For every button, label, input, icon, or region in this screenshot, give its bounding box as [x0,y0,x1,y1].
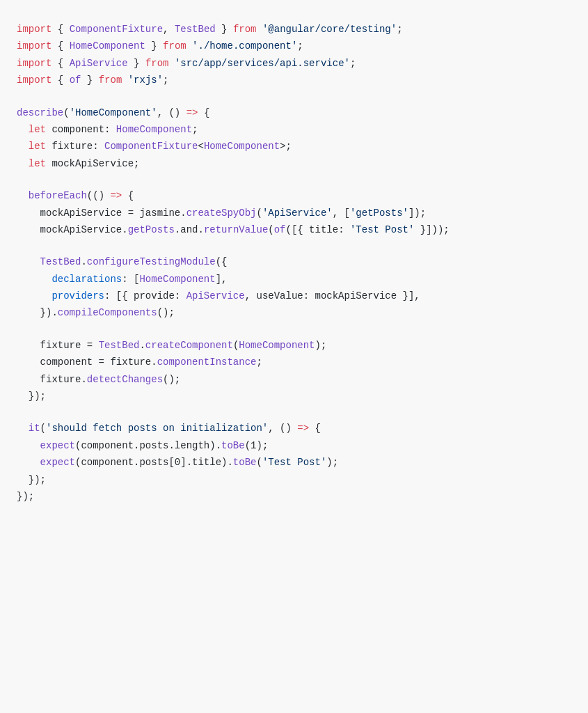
code-token: } [145,38,163,54]
code-token: beforeEach [17,188,87,203]
code-token: ( [40,421,46,436]
code-token: }])); [414,222,449,237]
code-token: describe [17,105,63,120]
code-token: providers [17,288,104,304]
code-token: './home.component' [192,38,297,54]
blank-line [17,322,571,337]
code-line: beforeEach(() => { [17,187,571,204]
code-line: }); [17,488,571,505]
code-token [186,38,192,54]
code-line: fixture.detectChanges(); [17,371,571,388]
code-token: }). [17,305,58,320]
code-token: } [128,56,145,71]
code-token: import [17,56,51,71]
code-token: fixture [46,139,93,154]
code-line: import { ApiService } from 'src/app/serv… [17,55,571,72]
blank-line [17,89,571,104]
code-line: import { of } from 'rxjs'; [17,72,571,88]
code-token: { [51,22,69,37]
code-line: import { HomeComponent } from './home.co… [17,38,571,54]
code-line: describe('HomeComponent', () => { [17,104,571,121]
code-token: , useValue: mockApiService }], [245,288,420,304]
code-token: returnValue [204,222,268,237]
code-token: getPosts [128,222,175,237]
code-token: let [17,139,46,154]
code-line: component = fixture.componentInstance; [17,354,571,370]
code-token: compileComponents [58,305,157,320]
code-token: TestBed [99,338,140,353]
code-token: expect [17,438,75,453]
code-token: , [ [333,205,350,221]
code-line: import { ComponentFixture, TestBed } fro… [17,21,571,38]
code-token: from [145,56,169,71]
code-line: TestBed.configureTestingModule({ [17,253,571,270]
code-token: }); [17,489,34,504]
code-token: { [309,421,321,436]
blank-line [17,238,571,253]
code-token: of [70,72,81,88]
code-token: 'src/app/services/api.service' [175,56,350,71]
code-token: import [17,38,51,54]
code-token: (component.posts.length). [75,438,221,453]
code-token: (1); [245,438,269,453]
code-token: . [81,254,86,269]
code-token: HomeComponent [204,139,280,154]
code-token: { [122,188,134,203]
code-token: { [198,105,209,120]
code-token: import [17,72,51,88]
code-line: let mockApiService; [17,155,571,172]
code-token: ; [163,72,168,88]
code-line: declarations: [HomeComponent], [17,271,571,288]
code-token: ( [233,338,239,353]
code-token: : [ [122,272,139,287]
code-token: HomeComponent [139,272,215,287]
code-token: component [46,122,104,137]
code-token: { [51,38,69,54]
code-token: of [274,222,286,237]
code-token: let [17,156,46,171]
code-token: toBe [233,455,257,470]
code-line: let component: HomeComponent; [17,121,571,138]
code-token: ([{ title: [286,222,350,237]
code-token: let [17,122,46,137]
code-token: ( [268,222,273,237]
code-line: providers: [{ provide: ApiService, useVa… [17,288,571,304]
code-token: '@angular/core/testing' [262,22,397,37]
code-token: } [81,72,98,88]
code-token: >; [280,139,292,154]
code-token: ]); [408,205,426,221]
code-token: toBe [221,438,245,453]
code-token: => [186,105,198,120]
code-token: , [163,22,175,37]
code-token: it [17,421,40,436]
code-token: ApiService [70,56,128,71]
code-token: TestBed [17,254,81,269]
code-token: ); [315,338,327,353]
code-token: 'ApiService' [262,205,333,221]
code-token: => [110,188,122,203]
code-token: (); [157,305,175,320]
code-token: { [51,72,69,88]
code-line: fixture = TestBed.createComponent(HomeCo… [17,337,571,354]
code-token: ; [297,38,303,54]
code-token: 'Test Post' [350,222,414,237]
code-token: (component.posts[0].title). [75,455,233,470]
blank-line [17,405,571,420]
code-line: }); [17,388,571,405]
code-token: 'getPosts' [350,205,408,221]
code-token: } [216,22,233,37]
code-token: HomeComponent [116,122,192,137]
code-token: : [93,139,104,154]
code-token: { [51,56,69,71]
code-token: ; [192,122,198,137]
code-token: ; [397,22,402,37]
code-token: mockApiService. [17,222,128,237]
code-token: declarations [17,272,122,287]
code-token: ( [256,455,262,470]
code-token: import [17,22,51,37]
code-token: createComponent [145,338,233,353]
code-token: mockApiService = jasmine. [17,205,186,221]
code-token: . [139,338,145,353]
code-token: , () [268,421,297,436]
code-token: }); [17,389,46,404]
